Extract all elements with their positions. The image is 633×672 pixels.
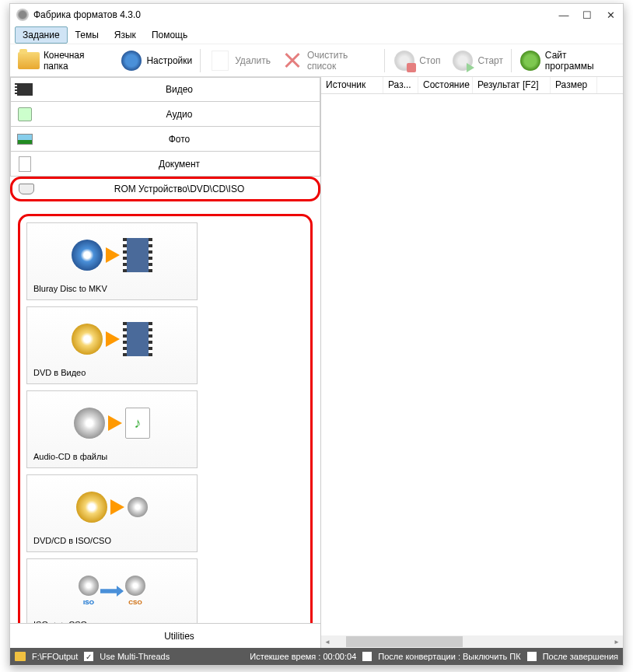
- multithread-checkbox[interactable]: ✓: [84, 652, 93, 661]
- dvd-video-art: [33, 313, 191, 365]
- toolbar: Конечная папка Настройки Удалить Очистит…: [10, 44, 623, 77]
- category-rom[interactable]: ROM Устройство\DVD\CD\ISO: [10, 177, 320, 201]
- separator: [200, 49, 201, 72]
- multithread-label: Use Multi-Threads: [100, 652, 170, 661]
- col-filesize[interactable]: Размер: [551, 77, 597, 93]
- separator: [384, 49, 385, 72]
- menu-help[interactable]: Помощь: [144, 26, 195, 44]
- globe-icon: [519, 49, 542, 72]
- statusbar: F:\FFOutput ✓ Use Multi-Threads Истекшее…: [10, 648, 623, 665]
- audiocd-art: ♪: [33, 397, 191, 449]
- col-source[interactable]: Источник: [321, 77, 383, 93]
- table-body: [321, 94, 623, 648]
- option-audiocd[interactable]: ♪ Audio-CD в файлы: [26, 390, 198, 468]
- settings-button[interactable]: Настройки: [115, 46, 197, 75]
- stop-button[interactable]: Стоп: [388, 46, 445, 75]
- gear-icon: [120, 49, 143, 72]
- col-state[interactable]: Состояние: [418, 77, 473, 93]
- category-video[interactable]: Видео: [10, 77, 320, 102]
- close-button[interactable]: ✕: [604, 9, 617, 21]
- option-bluray-mkv[interactable]: Bluray Disc to MKV: [26, 222, 198, 300]
- clear-icon: [282, 49, 304, 72]
- option-dvdcd-iso[interactable]: DVD/CD в ISO/CSO: [26, 474, 198, 552]
- start-button[interactable]: Старт: [446, 46, 508, 75]
- bluray-art: [33, 229, 191, 281]
- menu-task[interactable]: Задание: [15, 26, 68, 44]
- site-button[interactable]: Сайт программы: [515, 46, 620, 75]
- delete-button[interactable]: Удалить: [204, 46, 275, 75]
- col-size[interactable]: Раз...: [383, 77, 418, 93]
- right-panel: Источник Раз... Состояние Результат [F2]…: [321, 77, 623, 648]
- menubar: Задание Темы Язык Помощь: [10, 26, 623, 44]
- category-photo[interactable]: Фото: [10, 127, 320, 152]
- rom-icon: [16, 178, 37, 200]
- option-dvd-video[interactable]: DVD в Видео: [26, 306, 198, 384]
- main-area: Видео Аудио Фото Документ ROM Устройство…: [10, 77, 623, 648]
- utilities-icon: [13, 625, 35, 647]
- maximize-button[interactable]: ☐: [581, 9, 593, 21]
- document-icon: [14, 153, 36, 175]
- category-document[interactable]: Документ: [10, 152, 320, 177]
- left-panel: Видео Аудио Фото Документ ROM Устройство…: [10, 77, 321, 648]
- category-audio[interactable]: Аудио: [10, 102, 320, 127]
- rom-options-panel: Bluray Disc to MKV DVD в Видео ♪ Audio-C…: [10, 201, 320, 623]
- minimize-button[interactable]: —: [558, 9, 570, 21]
- dest-folder-button[interactable]: Конечная папка: [13, 46, 114, 75]
- play-icon: [451, 49, 474, 72]
- after-complete-checkbox[interactable]: [527, 652, 537, 661]
- after-complete-label: После завершения: [543, 652, 618, 661]
- col-result[interactable]: Результат [F2]: [473, 77, 551, 93]
- dvdcd-iso-art: [33, 481, 191, 533]
- clear-list-button[interactable]: Очистить список: [277, 46, 381, 75]
- photo-icon: [14, 128, 36, 150]
- option-iso-cso[interactable]: ISO CSO ISO <--> CSO: [26, 558, 198, 623]
- window-title: Фабрика форматов 4.3.0: [33, 9, 558, 20]
- titlebar: Фабрика форматов 4.3.0 — ☐ ✕: [10, 4, 623, 26]
- table-header: Источник Раз... Состояние Результат [F2]…: [321, 77, 623, 94]
- after-convert-checkbox[interactable]: [362, 652, 372, 661]
- folder-icon: [18, 49, 40, 72]
- after-convert-label: После конвертации : Выключить ПК: [378, 652, 520, 661]
- video-icon: [14, 79, 36, 100]
- separator: [511, 49, 512, 72]
- category-utilities[interactable]: Utilities: [10, 623, 320, 648]
- app-icon: [16, 9, 29, 21]
- output-folder-icon[interactable]: [15, 652, 26, 661]
- menu-language[interactable]: Язык: [107, 26, 144, 44]
- app-window: Фабрика форматов 4.3.0 — ☐ ✕ Задание Тем…: [9, 3, 624, 666]
- iso-cso-art: ISO CSO: [33, 565, 191, 617]
- menu-themes[interactable]: Темы: [68, 26, 107, 44]
- elapsed-time: Истекшее время : 00:00:04: [250, 652, 356, 661]
- audio-icon: [14, 103, 36, 125]
- horizontal-scrollbar[interactable]: [321, 635, 623, 648]
- output-path[interactable]: F:\FFOutput: [32, 652, 78, 661]
- stop-icon: [393, 49, 416, 72]
- delete-icon: [208, 49, 232, 72]
